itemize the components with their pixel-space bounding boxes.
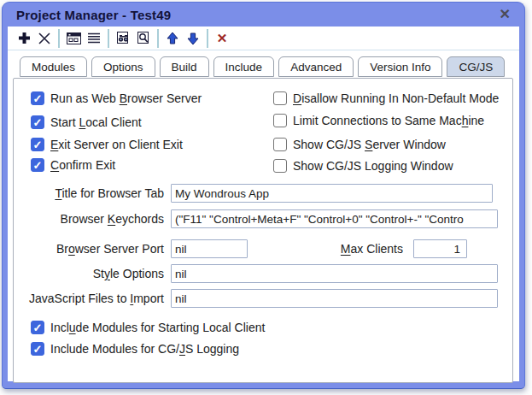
checkbox-label: Limit Connections to Same Machine (293, 114, 484, 127)
checkbox-label: Show CG/JS Logging Window (293, 159, 453, 173)
tab-include[interactable]: Include (213, 56, 275, 77)
checkbox-start-local-client[interactable]: Start Local Client (31, 115, 142, 129)
move-down-icon[interactable] (183, 28, 203, 49)
close-icon[interactable]: ✕ (496, 6, 514, 23)
max-clients-label: Max Clients (295, 242, 403, 256)
move-up-icon[interactable] (162, 28, 183, 49)
checkbox-include-modules-starting-local-client[interactable]: Include Modules for Starting Local Clien… (31, 321, 265, 334)
tab-modules[interactable]: Modules (20, 56, 87, 77)
checkbox-label: Include Modules for CG/JS Logging (50, 342, 239, 356)
checkbox-label: Show CG/JS Server Window (293, 138, 446, 151)
javascript-files-to-import-label: JavaScript Files to Import (19, 292, 164, 305)
checkbox-box[interactable] (31, 138, 44, 151)
toolbar-separator (157, 29, 159, 48)
window-title: Project Manager - Test49 (16, 8, 171, 22)
max-clients-input[interactable] (413, 239, 467, 258)
find-in-windows-icon[interactable] (113, 28, 133, 49)
browser-server-port-input[interactable] (171, 239, 248, 258)
checkbox-exit-server-on-client-exit[interactable]: Exit Server on Client Exit (31, 138, 183, 151)
checkbox-limit-connections-same-machine[interactable]: Limit Connections to Same Machine (273, 114, 484, 127)
toolbar: ✕ (8, 27, 519, 50)
titlebar[interactable]: Project Manager - Test49 ✕ (3, 3, 524, 27)
preview-icon[interactable] (133, 28, 154, 49)
checkbox-label: Run as Web Browser Server (50, 91, 202, 105)
javascript-files-to-import-input[interactable] (171, 289, 498, 308)
checkbox-box[interactable] (31, 342, 44, 356)
style-options-input[interactable] (171, 264, 498, 283)
tab-version-info[interactable]: Version Info (358, 56, 442, 77)
checkbox-label: Exit Server on Client Exit (50, 138, 183, 151)
add-icon[interactable] (14, 28, 34, 49)
style-options-label: Style Options (19, 267, 164, 280)
toolbar-separator (207, 29, 208, 48)
cg-js-tab-panel: Run as Web Browser Server Start Local Cl… (13, 78, 513, 383)
checkbox-box[interactable] (31, 158, 44, 172)
checkbox-box[interactable] (31, 115, 44, 129)
checkbox-box[interactable] (273, 159, 287, 173)
window-body: ✕ Modules Options Build Include Advanced… (8, 27, 519, 381)
checkbox-label: Start Local Client (50, 115, 142, 129)
browser-keychords-input[interactable] (171, 209, 498, 228)
checkbox-label: Confirm Exit (50, 158, 115, 172)
delete-icon[interactable] (34, 28, 55, 49)
project-manager-window: Project Manager - Test49 ✕ (2, 2, 525, 389)
list-icon[interactable] (84, 28, 104, 49)
title-for-browser-tab-label: Title for Browser Tab (19, 186, 164, 200)
tab-cg-js[interactable]: CG/JS (447, 56, 505, 77)
checkbox-box[interactable] (31, 91, 44, 105)
checkbox-label: Include Modules for Starting Local Clien… (50, 321, 265, 334)
checkbox-disallow-non-default-mode[interactable]: Disallow Running In Non-Default Mode (273, 91, 499, 105)
checkbox-label: Disallow Running In Non-Default Mode (293, 91, 499, 105)
checkbox-run-as-web-browser-server[interactable]: Run as Web Browser Server (31, 91, 202, 105)
checkbox-confirm-exit[interactable]: Confirm Exit (31, 158, 115, 172)
checkbox-show-cg-js-logging-window[interactable]: Show CG/JS Logging Window (273, 159, 453, 173)
remove-icon[interactable]: ✕ (212, 28, 232, 49)
tab-bar: Modules Options Build Include Advanced V… (20, 56, 505, 77)
checkbox-box[interactable] (273, 91, 287, 105)
checkbox-show-cg-js-server-window[interactable]: Show CG/JS Server Window (273, 138, 446, 151)
window-icon[interactable] (63, 28, 84, 49)
toolbar-separator (58, 29, 60, 48)
browser-keychords-label: Browser Keychords (19, 212, 164, 226)
title-for-browser-tab-input[interactable] (171, 184, 493, 203)
tab-advanced[interactable]: Advanced (278, 56, 354, 77)
checkbox-box[interactable] (31, 321, 44, 334)
toolbar-separator (108, 29, 109, 48)
checkbox-box[interactable] (273, 114, 287, 127)
tab-build[interactable]: Build (160, 56, 209, 77)
tab-options[interactable]: Options (91, 56, 155, 77)
checkbox-include-modules-cg-js-logging[interactable]: Include Modules for CG/JS Logging (31, 342, 239, 356)
checkbox-box[interactable] (273, 138, 287, 151)
browser-server-port-label: Browser Server Port (19, 242, 164, 256)
